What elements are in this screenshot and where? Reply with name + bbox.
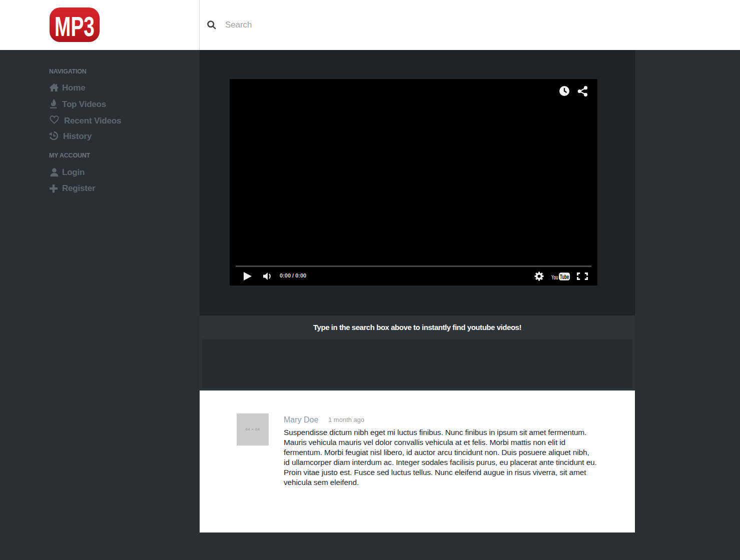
svg-text:You: You	[551, 274, 558, 281]
svg-text:Tube: Tube	[560, 274, 569, 280]
svg-text:MP3: MP3	[55, 11, 95, 42]
